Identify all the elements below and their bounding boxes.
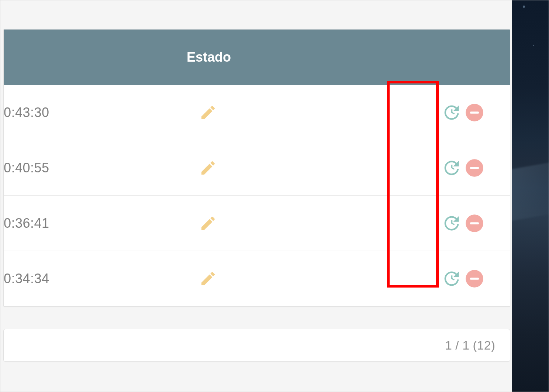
column-header-status: Estado <box>18 49 495 65</box>
remove-icon[interactable] <box>465 158 484 178</box>
cell-time: 0:36:41 <box>4 216 118 231</box>
table-row: 0:36:41 <box>4 196 510 251</box>
desktop-background-strip <box>512 0 549 392</box>
table-container: Estado 0:43:30 <box>3 29 510 307</box>
top-spacer <box>3 3 510 29</box>
cell-actions <box>441 103 506 122</box>
remove-icon[interactable] <box>465 269 484 288</box>
pencil-icon[interactable] <box>199 159 217 177</box>
cell-status <box>118 214 441 232</box>
pagination-bar: 1 / 1 (12) <box>3 329 510 362</box>
pencil-icon[interactable] <box>199 104 217 121</box>
table-row: 0:40:55 <box>4 140 510 196</box>
svg-rect-3 <box>470 167 479 169</box>
history-icon[interactable] <box>441 269 460 288</box>
cell-status <box>118 270 441 288</box>
pencil-icon[interactable] <box>199 214 217 232</box>
svg-rect-1 <box>470 111 479 114</box>
cell-actions <box>441 158 506 178</box>
svg-rect-7 <box>470 278 479 280</box>
history-icon[interactable] <box>441 158 460 178</box>
svg-rect-5 <box>470 222 479 224</box>
table-row: 0:34:34 <box>4 251 510 306</box>
table-body: 0:43:30 0:40:55 <box>4 85 510 306</box>
pagination-text: 1 / 1 (12) <box>445 338 495 353</box>
table-header: Estado <box>4 30 510 85</box>
cell-actions <box>441 214 506 233</box>
cell-time: 0:43:30 <box>4 105 118 120</box>
main-panel: Estado 0:43:30 <box>0 0 512 392</box>
remove-icon[interactable] <box>465 214 484 233</box>
cell-time: 0:40:55 <box>4 160 118 176</box>
history-icon[interactable] <box>441 214 460 233</box>
pencil-icon[interactable] <box>199 270 217 288</box>
cell-actions <box>441 269 506 288</box>
table-row: 0:43:30 <box>4 85 510 140</box>
remove-icon[interactable] <box>465 103 484 122</box>
history-icon[interactable] <box>441 103 460 122</box>
cell-status <box>118 104 441 121</box>
cell-status <box>118 159 441 177</box>
cell-time: 0:34:34 <box>4 271 118 286</box>
